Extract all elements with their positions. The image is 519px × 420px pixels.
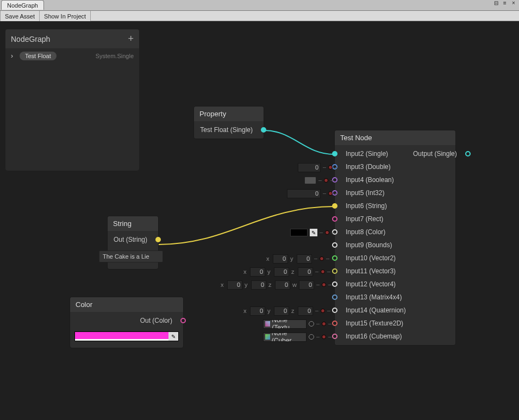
color-node[interactable]: Color Out (Color) ✎ [70,297,184,348]
blackboard-item[interactable]: › Test Float System.Single [5,48,139,64]
number-input[interactable] [227,280,242,290]
checkbox-input[interactable] [304,177,316,184]
node-title[interactable]: String [108,216,158,231]
graph-canvas[interactable]: NodeGraph + › Test Float System.Single P… [0,21,519,420]
cubemap-icon [265,334,270,340]
default-dot-icon[interactable] [321,269,325,274]
number-input[interactable] [250,306,265,316]
port-label: Input15 (Texture2D) [335,319,409,327]
input-port[interactable] [332,151,337,156]
output-port[interactable] [465,151,471,156]
number-input[interactable] [298,306,313,316]
input-port[interactable] [332,308,337,313]
default-dot-icon[interactable] [328,191,333,196]
vec2-field-input10: x y [266,253,329,264]
vec3-field-input11: x y z [243,266,330,277]
number-input[interactable] [274,306,289,316]
chevron-right-icon[interactable]: › [11,52,16,60]
default-dot-icon[interactable] [320,256,324,261]
port-label: Input4 (Boolean) [335,176,399,184]
number-input[interactable] [287,189,321,198]
number-input[interactable] [274,267,289,277]
int-field-input5 [287,188,338,199]
node-title[interactable]: Color [70,297,183,312]
color-input[interactable] [290,229,308,236]
float-field-input3 [298,162,338,173]
input-port[interactable] [332,216,337,222]
output-port[interactable] [180,318,186,323]
default-dot-icon[interactable] [321,309,325,313]
color-swatch[interactable]: ✎ [74,331,179,341]
blackboard-panel: NodeGraph + › Test Float System.Single [5,29,139,171]
default-dot-icon[interactable] [322,322,326,326]
object-picker-icon[interactable] [309,334,314,340]
color-field-input8: ✎ [290,227,335,238]
port-label: Input11 (Vector3) [335,267,401,275]
port-label: Input10 (Vector2) [335,254,401,262]
port-label: Input2 (Single) [335,150,393,158]
port-label: Input14 (Quaternion) [335,306,411,314]
node-title[interactable]: Test Node [335,130,455,145]
save-asset-button[interactable]: Save Asset [0,11,40,21]
input-port[interactable] [332,334,337,339]
window-tab[interactable]: NodeGraph [1,0,44,10]
number-input[interactable] [273,254,288,264]
show-in-project-button[interactable]: Show In Project [40,11,91,21]
port-label: Out (String) [108,236,158,243]
editor-window: NodeGraph ⊟ ≡ × Save Asset Show In Proje… [0,0,519,420]
port-label: Input5 (Int32) [335,189,390,197]
blackboard-title: NodeGraph [11,35,50,43]
default-dot-icon[interactable] [322,335,326,339]
add-property-button[interactable]: + [128,33,134,45]
port-label: Input9 (Bounds) [335,241,397,249]
input-port[interactable] [332,294,337,300]
input-port[interactable] [332,242,337,248]
output-port[interactable] [261,127,266,133]
cube-field-input16: None (Cuber [263,331,332,342]
port-label: Input6 (String) [335,202,392,210]
titlebar: NodeGraph ⊟ ≡ × [0,0,519,11]
test-node[interactable]: Test Node Input2 (Single)Input3 (Double)… [334,130,456,346]
node-title[interactable]: Property [194,106,264,121]
number-input[interactable] [298,267,313,277]
lock-icon[interactable]: ⊟ [493,1,499,7]
input-port[interactable] [332,268,337,274]
input-port[interactable] [332,281,337,287]
number-input[interactable] [299,280,314,290]
property-pill[interactable]: Test Float [20,52,57,60]
object-field[interactable]: None (Textu [263,319,307,329]
default-dot-icon[interactable] [322,283,326,287]
port-label: Input12 (Vector4) [335,280,401,288]
property-node[interactable]: Property Test Float (Single) [193,106,264,139]
input-port[interactable] [332,255,337,261]
number-input[interactable] [250,267,265,277]
number-input[interactable] [251,280,266,290]
string-value-field[interactable]: The Cake is a Lie [99,250,163,262]
object-picker-icon[interactable] [309,321,314,327]
port-label: Output (Single) [408,150,468,158]
default-dot-icon[interactable] [325,230,329,235]
texture-icon [265,321,270,327]
output-port[interactable] [155,237,161,242]
object-field[interactable]: None (Cuber [263,333,307,342]
eyedropper-icon[interactable]: ✎ [168,332,178,341]
port-label: Input7 (Rect) [335,215,389,223]
menu-icon[interactable]: ≡ [502,1,508,7]
tex-field-input15: None (Textu [263,318,332,329]
port-label: Out (Color) [135,317,183,324]
number-input[interactable] [297,254,312,264]
port-label: Input16 (Cubemap) [335,333,407,340]
port-label: Input13 (Matrix4x4) [335,293,407,301]
number-input[interactable] [298,163,321,172]
default-dot-icon[interactable] [324,178,328,183]
default-dot-icon[interactable] [328,165,333,170]
string-node[interactable]: String Out (String) The Cake is a Lie [107,216,159,269]
quat-field-input14: x y z [243,305,330,316]
port-label: Input3 (Double) [335,163,396,171]
close-icon[interactable]: × [510,1,517,7]
port-label: Test Float (Single) [195,126,264,134]
input-port[interactable] [332,203,337,209]
number-input[interactable] [275,280,290,290]
eyedropper-icon[interactable]: ✎ [310,229,317,236]
input-port[interactable] [332,321,337,326]
